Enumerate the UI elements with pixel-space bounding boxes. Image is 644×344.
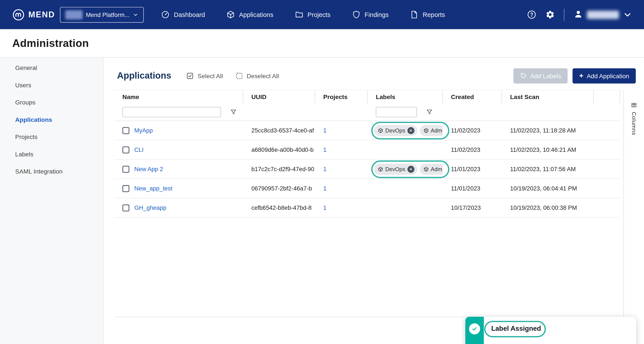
nav-item-reports[interactable]: Reports bbox=[400, 0, 456, 29]
user-menu[interactable] bbox=[573, 9, 632, 21]
column-header-last-scan[interactable]: Last Scan bbox=[502, 90, 594, 104]
nav-item-label: Reports bbox=[423, 11, 445, 18]
add-application-button[interactable]: + Add Application bbox=[573, 68, 636, 83]
labels-filter-cell bbox=[368, 104, 443, 120]
projects-count-link[interactable]: 1 bbox=[323, 204, 326, 211]
admin-sidebar: GeneralUsersGroupsApplicationsProjectsLa… bbox=[0, 58, 104, 344]
labels-filter-input[interactable] bbox=[376, 107, 417, 117]
application-name-link[interactable]: MyApp bbox=[134, 127, 153, 133]
sidebar-item-users[interactable]: Users bbox=[0, 76, 103, 93]
label-chip[interactable]: DevOps✕ bbox=[374, 163, 417, 175]
column-header-labels[interactable]: Labels bbox=[368, 90, 443, 104]
label-chip[interactable]: DevOps✕ bbox=[374, 125, 417, 136]
name-cell: CLI bbox=[114, 140, 243, 159]
table-body: MyApp25cc8cd3-6537-4ce0-af1DevOps✕Adm11/… bbox=[114, 121, 620, 218]
table-filter-row bbox=[114, 104, 620, 121]
gear-icon[interactable] bbox=[545, 10, 555, 19]
sidebar-item-general[interactable]: General bbox=[0, 59, 103, 76]
name-filter-funnel-icon[interactable] bbox=[230, 109, 237, 115]
remove-label-icon[interactable]: ✕ bbox=[408, 165, 414, 173]
remove-label-icon[interactable]: ✕ bbox=[408, 127, 414, 134]
sidebar-item-projects[interactable]: Projects bbox=[0, 128, 103, 145]
application-name-link[interactable]: New App 2 bbox=[134, 166, 163, 172]
projects-cell: 1 bbox=[315, 179, 368, 198]
deselect-all-button[interactable]: Deselect All bbox=[235, 72, 279, 80]
last-scan-cell: 10/19/2023, 06:00:38 PM bbox=[502, 198, 594, 217]
table-row: New_app_test06790957-2bf2-46a7-b111/01/2… bbox=[114, 179, 620, 198]
row-checkbox[interactable] bbox=[122, 185, 129, 192]
label-cube-icon bbox=[423, 128, 429, 133]
labels-cell bbox=[368, 140, 443, 159]
sidebar-item-saml-integration[interactable]: SAML Integration bbox=[0, 162, 103, 180]
application-name-link[interactable]: New_app_test bbox=[134, 185, 172, 192]
label-cube-icon bbox=[423, 166, 429, 172]
label-chip[interactable]: Adm bbox=[420, 163, 442, 175]
org-selector-dropdown[interactable]: Mend Platform... bbox=[60, 7, 144, 22]
column-header-projects[interactable]: Projects bbox=[315, 90, 368, 104]
nav-item-dashboard[interactable]: Dashboard bbox=[150, 0, 216, 29]
tag-icon bbox=[520, 72, 527, 79]
main-content: Applications Select All Deselect All bbox=[104, 58, 644, 344]
label-cube-icon bbox=[378, 128, 383, 133]
projects-cell: 1 bbox=[315, 160, 368, 179]
name-filter-input[interactable] bbox=[122, 107, 221, 117]
add-labels-button[interactable]: Add Labels bbox=[514, 68, 568, 83]
help-icon[interactable] bbox=[527, 10, 536, 19]
application-name-link[interactable]: CLI bbox=[134, 146, 144, 153]
sidebar-item-applications[interactable]: Applications bbox=[0, 111, 103, 128]
column-header-name[interactable]: Name bbox=[114, 90, 243, 104]
columns-panel-toggle[interactable]: Columns bbox=[624, 90, 644, 344]
last-scan-cell: 11/02/2023, 11:18:28 AM bbox=[502, 121, 594, 140]
table-header-row: NameUUIDProjectsLabelsCreatedLast Scan bbox=[114, 90, 620, 104]
sidebar-item-groups[interactable]: Groups bbox=[0, 93, 103, 111]
page-header: Administration bbox=[0, 29, 644, 58]
column-header-created[interactable]: Created bbox=[443, 90, 502, 104]
reports-icon bbox=[410, 10, 419, 19]
column-header-actions[interactable] bbox=[594, 90, 620, 104]
uuid-cell: b17c2c7c-d2f9-47ed-90 bbox=[243, 160, 315, 179]
filter-cell-empty bbox=[502, 104, 594, 120]
application-name-link[interactable]: GH_gheapp bbox=[134, 204, 166, 211]
row-checkbox[interactable] bbox=[122, 165, 129, 173]
mend-logo[interactable]: MEND bbox=[12, 9, 55, 21]
labels-filter-funnel-icon[interactable] bbox=[426, 109, 433, 115]
row-checkbox[interactable] bbox=[122, 127, 129, 134]
deselect-all-icon bbox=[235, 72, 243, 80]
projects-count-link[interactable]: 1 bbox=[323, 127, 326, 133]
select-all-button[interactable]: Select All bbox=[186, 72, 223, 80]
created-cell: 11/02/2023 bbox=[443, 140, 502, 159]
projects-count-link[interactable]: 1 bbox=[323, 185, 326, 192]
deselect-all-label: Deselect All bbox=[247, 72, 279, 79]
nav-item-findings[interactable]: Findings bbox=[341, 0, 399, 29]
mend-logo-icon bbox=[12, 9, 25, 21]
table-row: MyApp25cc8cd3-6537-4ce0-af1DevOps✕Adm11/… bbox=[114, 121, 620, 140]
created-cell: 11/01/2023 bbox=[443, 160, 502, 179]
applications-heading: Applications bbox=[117, 70, 171, 81]
applications-toolbar: Applications Select All Deselect All bbox=[117, 68, 636, 84]
name-filter-cell bbox=[114, 104, 243, 120]
row-actions-cell bbox=[594, 198, 620, 217]
nav-item-applications[interactable]: Applications bbox=[216, 0, 284, 29]
projects-count-link[interactable]: 1 bbox=[323, 166, 326, 172]
columns-label: Columns bbox=[631, 112, 637, 135]
label-chip-text: Adm bbox=[431, 127, 442, 133]
projects-cell: 1 bbox=[315, 121, 368, 140]
row-actions-cell bbox=[594, 121, 620, 140]
toast-body: Label Assigned bbox=[484, 317, 541, 344]
redacted-username bbox=[587, 11, 619, 19]
columns-grid-icon bbox=[631, 102, 637, 108]
row-actions-cell bbox=[594, 140, 620, 159]
row-checkbox[interactable] bbox=[122, 146, 129, 153]
row-checkbox[interactable] bbox=[122, 204, 129, 211]
projects-count-link[interactable]: 1 bbox=[323, 146, 326, 153]
user-menu-chevron-icon bbox=[623, 10, 632, 20]
topnav-divider bbox=[564, 9, 564, 21]
chevron-down-icon bbox=[133, 12, 138, 18]
label-chip[interactable]: Adm bbox=[420, 125, 442, 136]
topnav-right bbox=[527, 9, 644, 21]
uuid-cell: a6809d6e-a00b-40d0-b bbox=[243, 140, 315, 159]
column-header-uuid[interactable]: UUID bbox=[243, 90, 315, 104]
filter-cell-empty bbox=[315, 104, 368, 120]
sidebar-item-labels[interactable]: Labels bbox=[0, 145, 103, 163]
nav-item-projects[interactable]: Projects bbox=[284, 0, 341, 29]
